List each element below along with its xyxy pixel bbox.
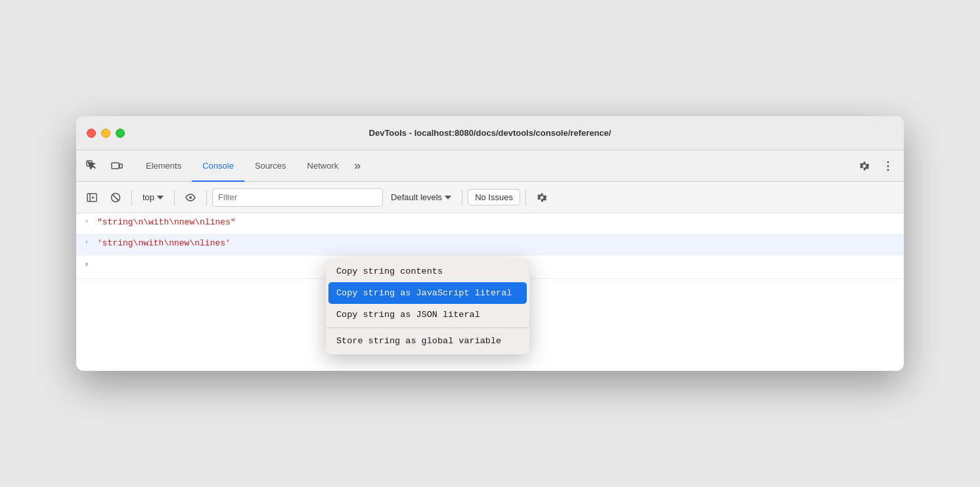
console-content: › "string\n\with\nnew\nlines" ‹ 'string\… [76, 213, 904, 371]
gear-icon-2 [536, 192, 548, 203]
gear-icon [858, 160, 870, 172]
input-arrow: ‹ [79, 238, 95, 246]
minimize-button[interactable] [101, 129, 110, 138]
tab-network[interactable]: Network [297, 150, 349, 182]
kebab-menu-icon [887, 160, 889, 172]
eye-icon-button[interactable] [180, 187, 201, 208]
separator3 [206, 190, 207, 205]
tab-actions [854, 150, 899, 181]
more-tabs-button[interactable]: » [349, 150, 366, 181]
issues-button[interactable]: No Issues [468, 189, 520, 205]
tab-console[interactable]: Console [192, 150, 244, 182]
show-sidebar-button[interactable] [81, 187, 102, 208]
svg-point-3 [887, 161, 889, 163]
console-row: › "string\n\with\nnew\nlines" [76, 213, 904, 234]
tab-icon-group [81, 150, 127, 181]
output-arrow: › [79, 217, 95, 225]
menu-item-copy-js[interactable]: Copy string as JavaScript literal [328, 282, 527, 304]
console-toolbar: top Default levels No Iss [76, 182, 904, 213]
svg-rect-1 [112, 163, 119, 169]
svg-point-4 [887, 165, 889, 167]
sidebar-icon [86, 192, 98, 203]
cursor-icon [86, 160, 98, 172]
tab-spacer [366, 150, 854, 181]
fullscreen-button[interactable] [116, 129, 125, 138]
separator [131, 190, 132, 205]
separator4 [462, 190, 462, 205]
menu-item-copy-contents[interactable]: Copy string contents [326, 261, 529, 282]
devtools-panel: Elements Console Sources Network » [76, 150, 904, 371]
responsive-icon [111, 160, 123, 172]
tab-elements[interactable]: Elements [135, 150, 192, 182]
console-output-text: "string\n\with\nnew\nlines" [97, 217, 236, 227]
svg-point-11 [189, 196, 192, 199]
tab-sources[interactable]: Sources [244, 150, 297, 182]
filter-input[interactable] [212, 188, 383, 207]
console-input-text: 'string\nwith\nnew\nlines' [97, 238, 231, 248]
close-button[interactable] [87, 129, 96, 138]
svg-line-10 [112, 194, 118, 200]
tab-bar: Elements Console Sources Network » [76, 150, 904, 182]
menu-item-copy-json[interactable]: Copy string as JSON literal [326, 304, 529, 326]
prompt-arrow: › [79, 259, 95, 269]
console-settings-button[interactable] [531, 187, 552, 208]
levels-chevron-icon [445, 196, 451, 200]
eye-icon [185, 192, 196, 203]
devtools-window: DevTools - localhost:8080/docs/devtools/… [76, 116, 904, 371]
inspect-element-icon[interactable] [81, 156, 102, 177]
svg-rect-2 [120, 164, 122, 168]
device-toolbar-icon[interactable] [106, 156, 127, 177]
separator2 [174, 190, 175, 205]
menu-separator [326, 328, 529, 328]
window-title: DevTools - localhost:8080/docs/devtools/… [369, 128, 612, 138]
context-menu: Copy string contents Copy string as Java… [326, 258, 529, 354]
menu-item-store-global[interactable]: Store string as global variable [326, 330, 529, 352]
separator5 [525, 190, 526, 205]
svg-point-5 [887, 169, 889, 171]
title-bar: DevTools - localhost:8080/docs/devtools/… [76, 116, 904, 150]
console-row-2: ‹ 'string\nwith\nnew\nlines' [76, 234, 904, 255]
traffic-lights [87, 129, 125, 138]
more-options-button[interactable] [878, 156, 899, 177]
clear-console-button[interactable] [105, 187, 126, 208]
context-selector[interactable]: top [137, 190, 169, 205]
log-levels-dropdown[interactable]: Default levels [386, 190, 457, 205]
settings-button[interactable] [854, 156, 875, 177]
svg-marker-8 [92, 196, 95, 199]
ban-icon [110, 192, 122, 203]
chevron-down-icon [157, 196, 164, 200]
